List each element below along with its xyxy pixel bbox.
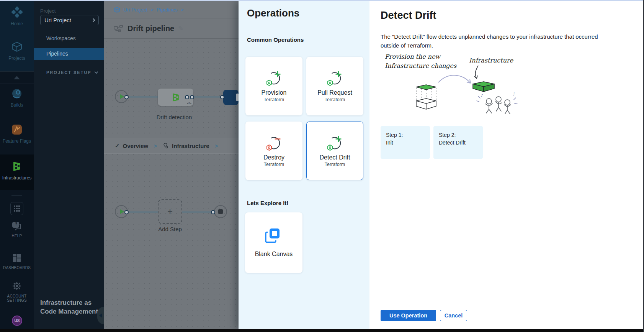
project-setup-toggle[interactable]: PROJECT SETUP	[46, 70, 98, 75]
breadcrumb: Uri Project > Pipelines >	[104, 1, 239, 18]
project-selector-value: Uri Project	[44, 17, 71, 23]
infrastructure-step-icon	[171, 92, 181, 102]
drawer-divider	[239, 27, 369, 27]
feature-flags-icon	[11, 130, 23, 136]
app-window: Home Projects Builds	[0, 0, 644, 332]
nav-divider	[40, 67, 98, 67]
infrastructures-icon	[11, 167, 23, 173]
step-box-1: Step 1: Init	[381, 126, 430, 159]
cube-icon	[11, 47, 23, 54]
sidebar-item-label: ACCOUNT	[0, 294, 34, 298]
collapse-up-icon	[14, 76, 20, 79]
pipeline-canvas: Uri Project > Pipelines > Drift pipeline…	[104, 1, 239, 329]
cancel-button[interactable]: Cancel	[440, 310, 467, 321]
check-icon: ✓	[115, 142, 120, 149]
sidebar-collapse-toggle[interactable]	[0, 71, 34, 84]
detail-title: Detect Drift	[381, 10, 436, 21]
illustration-caption-right: Infrastructure	[469, 57, 514, 64]
user-avatar[interactable]: US	[12, 316, 22, 326]
sidebar-item-help[interactable]: ? HELP	[0, 222, 34, 238]
sidebar-item-label: DASHBOARDS	[0, 266, 34, 270]
nav-item-workspaces[interactable]: Workspaces	[34, 33, 104, 44]
connector-wire	[129, 212, 158, 212]
stop-icon	[218, 209, 223, 214]
sidebar-item-label: Feature Flags	[0, 138, 34, 144]
connector-wire	[194, 97, 221, 97]
operation-card-label: Detect Drift	[319, 154, 350, 161]
breadcrumb-separator: >	[181, 7, 184, 13]
blank-canvas-icon	[265, 228, 283, 245]
operation-card-pull-request[interactable]: Pull Request Terraform	[306, 57, 363, 115]
sidebar-item-infrastructures[interactable]: Infrastructures	[0, 154, 34, 190]
tab-infrastructure[interactable]: Infrastructure	[162, 143, 209, 149]
operation-card-grid: Provision Terraform Pull Request Terrafo…	[245, 57, 364, 180]
pipeline-icon	[114, 25, 124, 33]
common-operations-heading: Common Operations	[247, 36, 304, 43]
sidebar-item-projects[interactable]: Projects	[0, 41, 34, 61]
tab-overview[interactable]: ✓ Overview	[115, 142, 148, 149]
sidebar-item-label: HELP	[0, 234, 34, 238]
step-prefix: Step 1:	[386, 131, 425, 139]
breadcrumb-link-project[interactable]: Uri Project	[123, 7, 147, 13]
pipeline-title: Drift pipeline	[127, 24, 174, 33]
play-icon	[120, 94, 124, 99]
sidebar-divider	[11, 196, 22, 196]
detail-description: The "Detect Drift" flow detects unplanne…	[381, 33, 606, 50]
operation-card-destroy[interactable]: Destroy Terraform	[245, 122, 302, 180]
project-nav: Project Uri Project Workspaces Pipelines…	[34, 1, 104, 329]
detect-drift-terraform-icon	[326, 135, 344, 152]
builds-icon	[11, 94, 23, 100]
use-operation-button[interactable]: Use Operation	[381, 310, 436, 321]
project-selector[interactable]: Uri Project	[40, 15, 99, 25]
sidebar-item-account-settings[interactable]: ACCOUNT SETTINGS	[0, 281, 34, 302]
sidebar-item-label: Infrastructures	[0, 175, 34, 181]
chevron-separator: >	[215, 143, 218, 149]
sidebar-item-dashboards[interactable]: DASHBOARDS	[0, 253, 34, 270]
operation-card-sublabel: Terraform	[264, 162, 284, 167]
operation-card-label: Provision	[262, 89, 287, 96]
add-step-label: Add Step	[147, 226, 193, 232]
nav-item-pipelines[interactable]: Pipelines	[34, 48, 104, 60]
link-port	[220, 95, 224, 99]
step-prefix: Step 2:	[439, 131, 477, 139]
explore-heading: Lets Explore It!	[247, 200, 288, 206]
window-top-edge	[0, 0, 644, 1]
help-chat-icon: ?	[12, 222, 22, 232]
link-port	[211, 210, 215, 214]
window-bottom-edge	[0, 329, 644, 332]
operation-card-label: Destroy	[263, 154, 284, 161]
operation-card-sublabel: Terraform	[325, 162, 345, 167]
operation-card-detect-drift[interactable]: Detect Drift Terraform	[306, 122, 363, 180]
chevron-separator: >	[154, 143, 157, 149]
operations-drawer: Operations Common Operations Provision T…	[239, 1, 369, 329]
sidebar-item-feature-flags[interactable]: Feature Flags	[0, 124, 34, 144]
canvas-body[interactable]: </> Drift detection ✓ Overview >	[104, 39, 239, 329]
add-step-node[interactable]: +	[158, 199, 182, 224]
pipeline-title-bar: Drift pipeline ✎	[104, 19, 239, 39]
step-name: Detect Drift	[439, 139, 477, 146]
sidebar-item-label: Home	[0, 21, 34, 26]
edit-icon[interactable]: ✎	[178, 25, 183, 33]
link-port	[124, 210, 129, 214]
link-port	[185, 95, 189, 99]
drawer-title: Operations	[247, 7, 299, 19]
link-port	[190, 95, 194, 99]
step-box-2: Step 2: Detect Drift	[433, 126, 483, 159]
breadcrumb-separator: >	[150, 7, 154, 13]
operation-card-sublabel: Terraform	[325, 97, 345, 102]
pipeline-end-node[interactable]	[214, 205, 227, 218]
dashboards-icon	[12, 257, 21, 264]
step-summary-row: Step 1: Init Step 2: Detect Drift	[381, 126, 483, 159]
detail-footer: Use Operation Cancel	[381, 310, 467, 321]
project-setup-label: PROJECT SETUP	[46, 70, 92, 75]
sidebar-item-builds[interactable]: Builds	[0, 88, 34, 108]
plus-icon: +	[167, 206, 173, 217]
operation-card-provision[interactable]: Provision Terraform	[245, 57, 302, 115]
blank-canvas-card[interactable]: Blank Canvas	[245, 212, 302, 273]
apps-grid-button[interactable]	[10, 202, 23, 215]
svg-text:♪: ♪	[513, 92, 515, 97]
module-sidebar: Home Projects Builds	[0, 1, 34, 329]
chevron-down-icon	[95, 70, 98, 74]
sidebar-item-home[interactable]: Home	[0, 7, 34, 26]
breadcrumb-link-pipelines[interactable]: Pipelines	[157, 7, 178, 13]
